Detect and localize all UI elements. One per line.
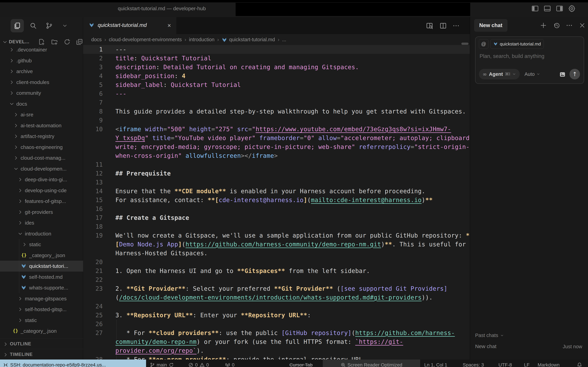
cursor-tab-status[interactable]: Cursor Tab — [290, 359, 313, 367]
open-preview-button[interactable] — [426, 22, 434, 30]
git-branch-status[interactable]: main — [150, 359, 174, 367]
code-line-1[interactable]: 1--- — [83, 45, 470, 54]
code-line-2[interactable]: 2title: Quickstart Tutorial — [83, 54, 470, 63]
tree-item--github[interactable]: .github — [0, 55, 83, 66]
code-line-23[interactable]: 232. **Git Provider**: Select your prefe… — [83, 284, 470, 293]
code-line-17[interactable]: 17## Create a Gitspace — [83, 213, 470, 222]
tree-item-static[interactable]: static — [0, 315, 83, 326]
timeline-section[interactable]: TIMELINE — [0, 349, 83, 360]
tree-item--devcontainer[interactable]: .devcontainer — [0, 44, 83, 55]
breadcrumb-item[interactable]: quickstart-tutorial.md — [229, 37, 275, 42]
agent-mode-selector[interactable]: ∞ Agent ⌘I — [479, 69, 520, 79]
tree-item-chaos-engineering[interactable]: chaos-engineering — [0, 142, 83, 153]
screen-reader-status[interactable]: Screen Reader Optimized — [323, 359, 420, 367]
breadcrumb-item[interactable]: introduction — [189, 37, 215, 42]
code-line-19-wrap2[interactable]: Harness-Hosted Gitspaces. — [83, 249, 470, 258]
code-line-23-wrap1[interactable]: (/docs/cloud-development-environments/in… — [83, 293, 470, 302]
settings-gear-button[interactable] — [568, 4, 576, 13]
code-line-19-wrap1[interactable]: [Demo Node.js App](https://github.com/ha… — [83, 240, 470, 249]
tree-item-client-modules[interactable]: client-modules — [0, 77, 83, 88]
outline-section[interactable]: OUTLINE — [0, 338, 83, 349]
ports-status[interactable]: 0 — [225, 359, 234, 367]
tree-item-self-hosted-gitsp-[interactable]: self-hosted-gitsp... — [0, 304, 83, 315]
explorer-title[interactable]: DEVEL... — [9, 39, 29, 44]
code-line-26[interactable]: 26 — [83, 320, 470, 328]
activity-chevron-down[interactable] — [58, 19, 72, 32]
send-button[interactable]: ↑ — [569, 69, 580, 79]
more-button[interactable] — [565, 21, 573, 29]
more-actions-button[interactable] — [452, 22, 460, 30]
code-line-5[interactable]: 5sidebar_label: Quickstart Tutorial — [83, 80, 470, 89]
chevron-down-icon[interactable] — [2, 40, 8, 45]
activity-files[interactable] — [11, 19, 24, 32]
chat-history-item[interactable]: New chat — [475, 343, 496, 349]
code-line-14[interactable]: 14Ensure that the **CDE module** is enab… — [83, 187, 470, 196]
tree-item-docs[interactable]: docs — [0, 99, 83, 109]
close-tab-icon[interactable]: × — [165, 21, 173, 30]
language-mode[interactable]: Markdown — [538, 359, 560, 367]
activity-source-control[interactable] — [43, 19, 56, 32]
tree-item-ai-sre[interactable]: ai-sre — [0, 109, 83, 120]
model-selector[interactable]: Auto — [524, 69, 540, 79]
code-line-8[interactable]: 8This guide provides a detailed step-by-… — [83, 107, 470, 116]
chat-tab-new-chat[interactable]: New chat — [474, 19, 507, 32]
problems-status[interactable]: 00 — [188, 359, 209, 367]
layout-panel-button[interactable] — [543, 4, 552, 13]
add-context-button[interactable]: @ — [479, 39, 488, 49]
code-line-19[interactable]: 19We'll now create a Gitspace, we'll use… — [83, 231, 470, 240]
code-line-4[interactable]: 4sidebar_position: 4 — [83, 72, 470, 80]
context-chip[interactable]: quickstart-tutorial.md — [491, 39, 544, 49]
tree-item-git-providers[interactable]: git-providers — [0, 207, 83, 217]
code-line-25[interactable]: 253. **Repository URL**: Enter your **Re… — [83, 311, 470, 320]
tree-item-static[interactable]: static — [0, 239, 83, 250]
tree-item-deep-dive-into-gi-[interactable]: deep-dive-into-gi... — [0, 174, 83, 185]
tree-item-community[interactable]: community — [0, 88, 83, 99]
code-line-27[interactable]: 27 * For **cloud providers**: use the pu… — [83, 328, 470, 337]
breadcrumb-item[interactable]: cloud-development-environments — [109, 37, 182, 42]
code-line-9[interactable]: 9 — [83, 116, 470, 125]
breadcrumb-item[interactable]: ... — [282, 37, 286, 42]
code-line-7[interactable]: 7 — [83, 98, 470, 107]
tree-item-cloud-cost-manag-[interactable]: cloud-cost-manag... — [0, 152, 83, 163]
tree-item--category-json[interactable]: {}_category_.json — [0, 325, 83, 336]
code-line-27-wrap1[interactable]: community/demo-repo-nm) or your fork (us… — [83, 337, 470, 346]
tree-item-ai-test-automation[interactable]: ai-test-automation — [0, 120, 83, 131]
tree-item--category-json[interactable]: {}_category_.json — [0, 250, 83, 261]
code-line-13[interactable]: 13 — [83, 178, 470, 187]
code-line-18[interactable]: 18 — [83, 222, 470, 231]
tree-item-archive[interactable]: archive — [0, 66, 83, 77]
chat-input-placeholder[interactable]: Plan, search, build anything — [480, 53, 544, 59]
tree-item-introduction[interactable]: introduction — [0, 228, 83, 239]
code-line-6[interactable]: 6--- — [83, 89, 470, 98]
close-button[interactable] — [578, 21, 586, 29]
code-line-20[interactable]: 20 — [83, 258, 470, 267]
layout-sidebar-left-button[interactable] — [531, 4, 539, 13]
code-line-27-wrap2[interactable]: provider.com/org/repo`). — [83, 346, 470, 355]
past-chats-toggle[interactable]: Past chats — [475, 333, 504, 338]
code-line-3[interactable]: 3description: Detailed Tutorial on creat… — [83, 63, 470, 72]
code-line-10-wrap1[interactable]: Y_txspDq" title="YouTube video player" f… — [83, 133, 470, 142]
chat-input-card[interactable]: @ quickstart-tutorial.md Plan, search, b… — [475, 36, 584, 84]
eol-status[interactable]: LF — [524, 359, 530, 367]
layout-sidebar-right-button[interactable] — [555, 4, 564, 13]
tree-item-quickstart-tutori-[interactable]: quickstart-tutori... — [0, 261, 83, 272]
code-line-21[interactable]: 211. Open the Harness UI and go to **Git… — [83, 267, 470, 275]
code-line-11[interactable]: 11 — [83, 160, 470, 169]
tree-item-ides[interactable]: ides — [0, 217, 83, 228]
notifications-bell[interactable] — [577, 359, 582, 367]
tree-item-features-of-gitsp-[interactable]: features-of-gitsp... — [0, 196, 83, 207]
code-line-10-wrap3[interactable]: when-cross-origin" allowfullscreen></ifr… — [83, 151, 470, 160]
code-line-28[interactable]: 28 * For **on-prem providers**: provide … — [83, 355, 470, 359]
tree-item-manage-gitspaces[interactable]: manage-gitspaces — [0, 293, 83, 304]
tree-item-self-hosted-md[interactable]: self-hosted.md — [0, 272, 83, 283]
history-button[interactable] — [553, 21, 561, 29]
remote-indicator[interactable]: SSH: documentation-repo-e5ifp9-8rzze4.us… — [0, 359, 146, 367]
tree-item-cloud-developmen-[interactable]: cloud-developmen... — [0, 163, 83, 174]
code-line-16[interactable]: 16 — [83, 204, 470, 213]
code-line-12[interactable]: 12## Prerequisite — [83, 169, 470, 178]
tree-item-whats-supporte-[interactable]: whats-supporte... — [0, 282, 83, 293]
image-attach-icon[interactable] — [559, 71, 566, 78]
code-line-24[interactable]: 24 — [83, 302, 470, 311]
split-editor-button[interactable] — [439, 22, 447, 30]
editor-scrollbar[interactable] — [461, 42, 468, 45]
